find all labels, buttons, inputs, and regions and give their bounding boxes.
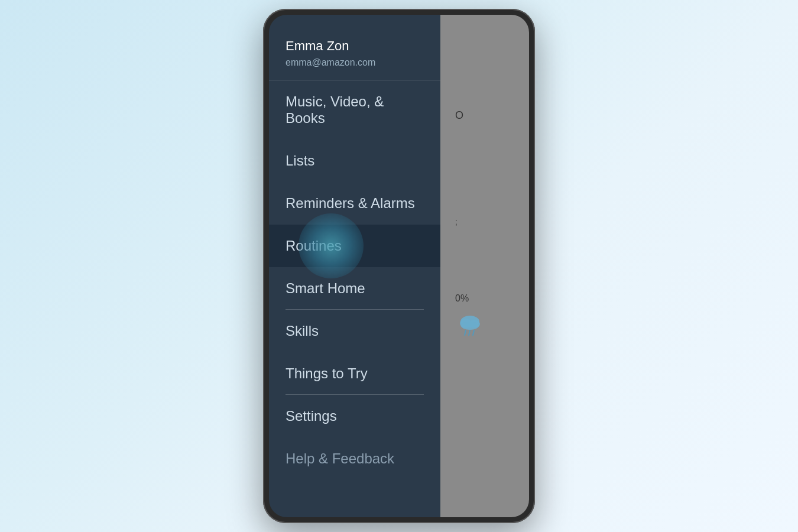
sidebar-item-reminders[interactable]: Reminders & Alarms [269, 182, 440, 225]
svg-line-5 [469, 330, 470, 335]
sidebar-item-help[interactable]: Help & Feedback [269, 437, 440, 480]
sidebar-item-skills[interactable]: Skills [269, 310, 440, 352]
right-panel: O ; 0% [440, 15, 529, 517]
user-name: Emma Zon [286, 38, 424, 54]
sidebar-item-label: Routines [286, 238, 342, 254]
weather-icon [455, 310, 520, 342]
device: Emma Zon emma@amazon.com Music, Video, &… [263, 9, 535, 523]
right-text-3: 0% [455, 293, 520, 304]
menu-list: Music, Video, & Books Lists Reminders & … [269, 80, 440, 517]
sidebar-item-smart-home[interactable]: Smart Home [269, 267, 440, 310]
sidebar-item-things-to-try[interactable]: Things to Try [269, 352, 440, 395]
sidebar-item-label: Settings [286, 408, 337, 424]
svg-point-3 [461, 322, 479, 330]
svg-line-6 [473, 330, 474, 335]
svg-line-4 [465, 330, 466, 335]
sidebar-item-label: Skills [286, 323, 319, 339]
sidebar-item-label: Things to Try [286, 365, 368, 381]
sidebar-item-settings[interactable]: Settings [269, 395, 440, 437]
sidebar-item-label: Music, Video, & Books [286, 93, 384, 126]
right-text-1: O [455, 109, 520, 122]
menu-panel: Emma Zon emma@amazon.com Music, Video, &… [269, 15, 440, 517]
user-section: Emma Zon emma@amazon.com [269, 15, 440, 80]
device-screen: Emma Zon emma@amazon.com Music, Video, &… [269, 15, 529, 517]
sidebar-item-lists[interactable]: Lists [269, 140, 440, 182]
sidebar-item-label: Reminders & Alarms [286, 195, 415, 211]
sidebar-item-label: Lists [286, 153, 314, 168]
sidebar-item-routines[interactable]: Routines [269, 225, 440, 267]
right-text-2: ; [455, 216, 520, 228]
sidebar-item-label: Help & Feedback [286, 450, 394, 466]
right-content: O ; 0% [440, 15, 529, 353]
sidebar-item-music[interactable]: Music, Video, & Books [269, 80, 440, 140]
sidebar-item-label: Smart Home [286, 280, 365, 296]
user-email: emma@amazon.com [286, 57, 424, 68]
